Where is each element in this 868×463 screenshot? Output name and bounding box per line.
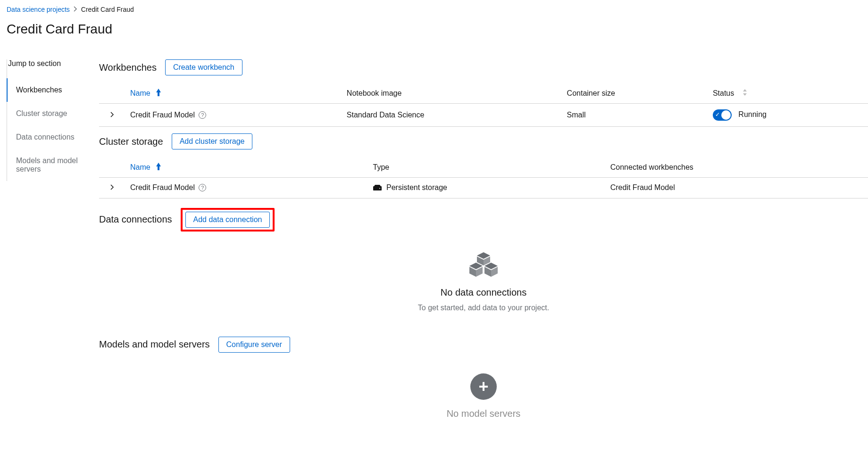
create-workbench-button[interactable]: Create workbench xyxy=(165,59,242,75)
model-servers-empty-state: + No model servers xyxy=(99,355,868,419)
workbenches-col-size: Container size xyxy=(562,82,708,104)
data-connections-title: Data connections xyxy=(99,214,172,225)
sidebar-item-cluster-storage[interactable]: Cluster storage xyxy=(7,102,99,125)
workbench-name: Credit Fraud Model xyxy=(130,111,195,119)
storage-type: Persistent storage xyxy=(386,183,447,191)
check-icon: ✓ xyxy=(715,111,720,118)
sort-ascending-icon xyxy=(156,89,161,98)
storage-col-name[interactable]: Name xyxy=(125,156,368,178)
workbenches-title: Workbenches xyxy=(99,62,157,73)
plus-circle-icon: + xyxy=(99,373,868,400)
chevron-right-icon xyxy=(74,6,77,13)
workbench-size: Small xyxy=(562,104,708,127)
add-cluster-storage-button[interactable]: Add cluster storage xyxy=(172,133,253,149)
sidebar-item-models[interactable]: Models and model servers xyxy=(7,149,99,181)
breadcrumb: Data science projects Credit Card Fraud xyxy=(7,6,868,13)
workbenches-section: Workbenches Create workbench Name xyxy=(99,59,868,127)
cluster-storage-title: Cluster storage xyxy=(99,136,163,147)
data-connections-empty-state: No data connections To get started, add … xyxy=(99,233,868,333)
workbenches-col-name[interactable]: Name xyxy=(125,82,342,104)
svg-point-1 xyxy=(379,188,380,189)
help-icon[interactable]: ? xyxy=(199,184,206,191)
cluster-storage-table: Name Type Connected workbenches xyxy=(99,156,868,198)
sort-ascending-icon xyxy=(156,163,161,172)
storage-name: Credit Fraud Model xyxy=(130,183,195,191)
model-servers-title: Models and model servers xyxy=(99,339,210,350)
hdd-icon xyxy=(373,184,382,192)
cubes-icon xyxy=(99,252,868,279)
workbenches-table: Name Notebook image Container size Statu… xyxy=(99,82,868,127)
workbench-image: Standard Data Science xyxy=(342,104,562,127)
empty-state-description: To get started, add data to your project… xyxy=(99,304,868,312)
cluster-storage-section: Cluster storage Add cluster storage Name xyxy=(99,133,868,198)
expand-row-button[interactable] xyxy=(110,111,114,119)
workbenches-col-status[interactable]: Status xyxy=(708,82,868,104)
add-data-connection-button[interactable]: Add data connection xyxy=(185,212,270,228)
storage-col-connected: Connected workbenches xyxy=(606,156,868,178)
page-title: Credit Card Fraud xyxy=(7,22,868,37)
svg-rect-0 xyxy=(373,186,382,190)
jump-to-section-nav: Jump to section Workbenches Cluster stor… xyxy=(7,59,99,181)
storage-connected: Credit Fraud Model xyxy=(606,178,868,198)
workbench-row: Credit Fraud Model ? Standard Data Scien… xyxy=(99,104,868,127)
workbench-status-label: Running xyxy=(738,110,767,118)
sidebar-title: Jump to section xyxy=(7,59,99,78)
help-icon[interactable]: ? xyxy=(199,111,206,119)
empty-state-title: No data connections xyxy=(99,287,868,298)
data-connections-section: Data connections Add data connection xyxy=(99,208,868,333)
sort-neutral-icon xyxy=(743,90,747,97)
breadcrumb-current: Credit Card Fraud xyxy=(81,6,134,13)
storage-row: Credit Fraud Model ? Persistent storage … xyxy=(99,178,868,198)
workbenches-col-image: Notebook image xyxy=(342,82,562,104)
sidebar-item-data-connections[interactable]: Data connections xyxy=(7,125,99,149)
highlight-marker: Add data connection xyxy=(181,208,275,232)
configure-server-button[interactable]: Configure server xyxy=(218,337,290,353)
expand-row-button[interactable] xyxy=(110,183,114,191)
sidebar-item-workbenches[interactable]: Workbenches xyxy=(7,78,99,102)
empty-state-title: No model servers xyxy=(99,408,868,419)
storage-col-type: Type xyxy=(368,156,606,178)
workbench-status-toggle[interactable]: ✓ xyxy=(713,109,732,121)
breadcrumb-root-link[interactable]: Data science projects xyxy=(7,6,70,13)
model-servers-section: Models and model servers Configure serve… xyxy=(99,337,868,419)
